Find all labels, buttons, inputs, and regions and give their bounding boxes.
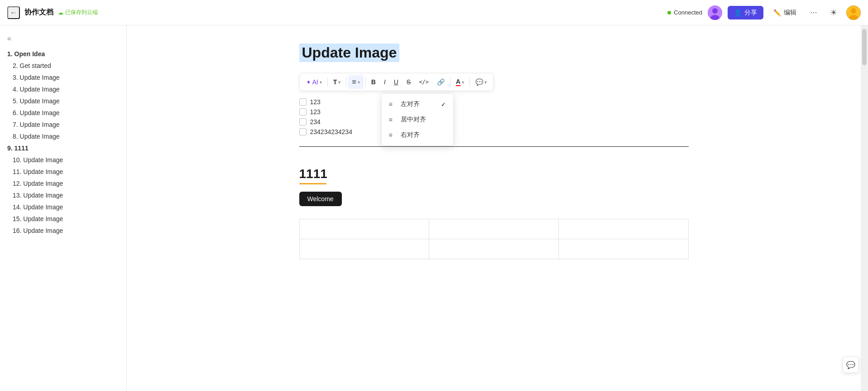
right-scrollbar[interactable]	[861, 25, 868, 391]
divider-2	[346, 77, 346, 87]
sidebar-item-13[interactable]: 13. Update Image	[0, 189, 126, 201]
header: ← 协作文档 ☁ 已保存到云端 Connected 👤 分享 ✏️ 编辑 ···…	[0, 0, 868, 25]
checkbox-3[interactable]	[299, 118, 307, 126]
saved-badge: ☁ 已保存到云端	[58, 9, 98, 16]
code-button[interactable]: </>	[415, 75, 432, 89]
divider-1	[327, 77, 328, 87]
code-icon: </>	[419, 79, 429, 85]
collapse-icon: «	[7, 34, 11, 43]
table-row	[299, 239, 688, 259]
sidebar-item-16[interactable]: 16. Update Image	[0, 225, 126, 237]
align-right-icon: ≡	[389, 131, 396, 139]
link-icon: 🔗	[437, 78, 445, 86]
sidebar-item-3[interactable]: 3. Update Image	[0, 72, 126, 83]
sidebar-item-10[interactable]: 10. Update Image	[0, 154, 126, 166]
more-button[interactable]: ···	[806, 5, 821, 20]
align-center-label: 居中对齐	[401, 116, 426, 124]
color-icon: A	[456, 78, 460, 86]
content-area: Update Image ✦ AI ▾ T ▾ ≡	[127, 25, 861, 391]
sidebar-item-6[interactable]: 6. Update Image	[0, 107, 126, 119]
back-button[interactable]: ←	[7, 6, 20, 19]
ai-button[interactable]: ✦ AI ▾	[302, 75, 326, 89]
align-center-option[interactable]: ≡ 居中对齐	[382, 112, 453, 127]
color-button[interactable]: A ▾	[452, 75, 468, 89]
divider-4	[450, 77, 451, 87]
checkbox-2[interactable]	[299, 108, 307, 116]
table-cell[interactable]	[299, 219, 429, 239]
color-chevron: ▾	[462, 80, 464, 85]
strikethrough-button[interactable]: S	[403, 75, 414, 89]
sidebar-item-8[interactable]: 8. Update Image	[0, 130, 126, 142]
share-label: 分享	[744, 9, 757, 17]
sidebar-item-11[interactable]: 11. Update Image	[0, 166, 126, 178]
comment-button[interactable]: 💬 ▾	[472, 75, 490, 89]
checklist-item-4: 234234234234	[299, 128, 689, 135]
align-left-label: 左对齐	[401, 100, 420, 108]
ai-chevron: ▾	[320, 80, 322, 85]
theme-button[interactable]: ☀	[826, 5, 841, 20]
text-format-button[interactable]: T ▾	[330, 75, 345, 89]
table-cell[interactable]	[429, 239, 558, 259]
bold-button[interactable]: B	[368, 75, 379, 89]
comment-fab[interactable]: 💬	[843, 357, 859, 373]
header-left: ← 协作文档 ☁ 已保存到云端	[7, 6, 98, 19]
align-right-label: 右对齐	[401, 131, 420, 139]
checklist-item-2: 123	[299, 108, 689, 116]
heading-underline	[299, 183, 326, 184]
table-cell[interactable]	[299, 239, 429, 259]
sidebar-item-9[interactable]: 9. 1111	[0, 142, 126, 154]
align-dropdown: ≡ 左对齐 ✓ ≡ 居中对齐 ≡ 右对齐	[381, 93, 454, 146]
checklist-text-2: 123	[310, 108, 689, 116]
edit-label: 编辑	[784, 9, 796, 17]
italic-button[interactable]: I	[380, 75, 389, 89]
sidebar-item-14[interactable]: 14. Update Image	[0, 201, 126, 213]
divider-3	[365, 77, 366, 87]
checklist-text-4: 234234234234	[310, 128, 689, 135]
sidebar-item-12[interactable]: 12. Update Image	[0, 178, 126, 189]
edit-icon: ✏️	[773, 9, 781, 16]
align-right-option[interactable]: ≡ 右对齐	[382, 127, 453, 143]
link-button[interactable]: 🔗	[433, 75, 448, 89]
content-divider	[299, 146, 689, 147]
doc-title: 协作文档	[24, 8, 53, 17]
align-button[interactable]: ≡ ▾	[348, 75, 363, 89]
checklist-text-3: 234	[310, 118, 689, 126]
table-cell[interactable]	[429, 219, 558, 239]
avatar-1[interactable]	[708, 5, 722, 20]
svg-point-1	[712, 8, 718, 14]
share-button[interactable]: 👤 分享	[728, 6, 763, 19]
divider-5	[470, 77, 470, 87]
sidebar-item-7[interactable]: 7. Update Image	[0, 119, 126, 130]
content-inner: Update Image ✦ AI ▾ T ▾ ≡	[299, 43, 689, 259]
sidebar-item-15[interactable]: 15. Update Image	[0, 213, 126, 225]
underline-button[interactable]: U	[390, 75, 402, 89]
table-cell[interactable]	[559, 239, 688, 259]
content-table	[299, 219, 689, 259]
connected-text: Connected	[674, 9, 702, 16]
align-left-option[interactable]: ≡ 左对齐 ✓	[382, 97, 453, 112]
text-icon: T	[333, 78, 337, 86]
text-chevron: ▾	[338, 80, 340, 85]
welcome-button[interactable]: Welcome	[299, 192, 342, 206]
table-cell[interactable]	[559, 219, 688, 239]
checklist: 123123234234234234234	[299, 98, 689, 135]
comment-icon: 💬	[475, 78, 483, 86]
sidebar-item-1[interactable]: 1. Open Idea	[0, 48, 126, 60]
sidebar-item-2[interactable]: 2. Get started	[0, 60, 126, 72]
sidebar-item-5[interactable]: 5. Update Image	[0, 95, 126, 107]
align-chevron: ▾	[358, 80, 360, 85]
checklist-item-1: 123	[299, 98, 689, 106]
checkbox-4[interactable]	[299, 128, 307, 135]
strikethrough-icon: S	[407, 78, 411, 86]
align-left-icon: ≡	[389, 101, 396, 108]
avatar-2[interactable]	[846, 5, 861, 20]
sidebar-toggle[interactable]: «	[0, 33, 126, 48]
comment-chevron: ▾	[484, 80, 487, 85]
svg-point-4	[851, 8, 856, 14]
table-row	[299, 219, 688, 239]
align-check-icon: ✓	[441, 101, 446, 108]
checkbox-1[interactable]	[299, 98, 307, 106]
comment-fab-icon: 💬	[846, 361, 855, 369]
sidebar-item-4[interactable]: 4. Update Image	[0, 83, 126, 95]
edit-button[interactable]: ✏️ 编辑	[769, 6, 801, 19]
